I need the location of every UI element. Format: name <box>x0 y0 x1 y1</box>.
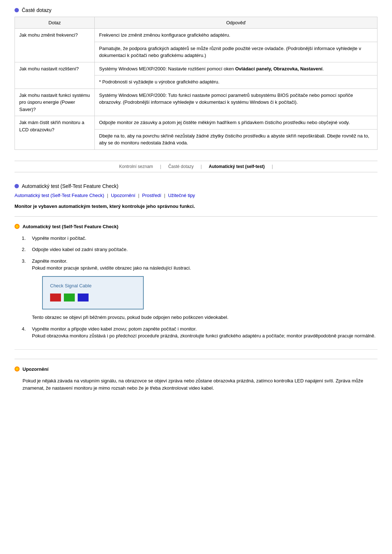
nav-sep-1: | <box>160 164 161 169</box>
table-row: Jak mohu změnit frekvenci?Frekvenci lze … <box>15 29 377 42</box>
signal-box: Check Signal Cable <box>42 276 144 310</box>
warning-section: Upozornění Pokud je nějaká závada na vst… <box>15 366 377 393</box>
faq-question-0: Jak mohu změnit frekvenci? <box>15 29 95 62</box>
nav-sep-2: | <box>201 164 202 169</box>
nav-bar: Kontrolní seznam | Časté dotazy | Automa… <box>15 161 377 172</box>
faq-col-question: Dotaz <box>15 17 95 29</box>
step-num-4: 4. <box>22 325 29 340</box>
step-text-3: Zapněte monitor. <box>32 258 377 265</box>
faq-bullet-icon <box>15 8 19 12</box>
faq-question-1: Jak mohu nastavit rozlišení? <box>15 62 95 89</box>
auto-test-bullet <box>15 224 20 229</box>
nav-item-2[interactable]: Časté dotazy <box>168 164 193 169</box>
faq-question-3: Jak mám čistit skříň monitoru a LCD obra… <box>15 116 95 150</box>
nav-item-1[interactable]: Kontrolní seznam <box>119 164 153 169</box>
section-divider-2 <box>15 359 377 359</box>
faq-question-2: Jak mohu nastavit funkci systému pro úsp… <box>15 89 95 116</box>
auto-test-title: Automatický test (Self-Test Feature Chec… <box>23 224 118 229</box>
sub-nav-item-3[interactable]: Prostředí <box>142 193 162 198</box>
auto-test-subsection: Automatický test (Self-Test Feature Chec… <box>15 224 377 350</box>
sub-nav-item-1[interactable]: Automatický test (Self-Test Feature Chec… <box>15 193 104 198</box>
section-divider-1 <box>15 216 377 217</box>
sub-nav-sep-2: | <box>138 193 141 198</box>
sub-nav-item-2[interactable]: Upozornění <box>111 193 135 198</box>
self-test-header: Automatický test (Self-Test Feature Chec… <box>15 183 377 189</box>
step-content-2: Odpojte video kabel od zadní strany počí… <box>32 246 377 253</box>
step-content-4: Vypněte monitor a připojte video kabel z… <box>32 325 377 340</box>
step-content-1: Vypněte monitor i počítač. <box>32 235 377 242</box>
color-square-2 <box>78 294 89 301</box>
step-item-1: 1.Vypněte monitor i počítač. <box>22 235 377 242</box>
self-test-intro: Monitor je vybaven automatickým testem, … <box>15 204 377 209</box>
faq-answer-2-0: Systémy Windows ME/XP/2000: Tuto funkci … <box>95 89 377 116</box>
step-item-3: 3.Zapněte monitor.Pokud monitor pracuje … <box>22 258 377 321</box>
self-test-section: Automatický test (Self-Test Feature Chec… <box>15 183 377 393</box>
nav-item-3[interactable]: Automatický test (self-test) <box>209 164 265 169</box>
warning-title-row: Upozornění <box>15 366 377 372</box>
faq-answer-1-0: Systémy Windows ME/XP/2000: Nastavte roz… <box>95 62 377 75</box>
warning-content: Pokud je nějaká závada na vstupním signá… <box>23 377 377 393</box>
faq-answer-3-0: Odpojte monitor ze zásuvky a potom jej č… <box>95 116 377 130</box>
color-square-1 <box>64 294 75 301</box>
faq-table: Dotaz Odpověď Jak mohu změnit frekvenci?… <box>15 17 377 150</box>
step-text-4: Vypněte monitor a připojte video kabel z… <box>32 325 377 340</box>
step-num-1: 1. <box>22 235 29 242</box>
self-test-section-title: Automatický test (Self-Test Feature Chec… <box>22 183 118 189</box>
color-squares <box>50 294 136 301</box>
step-text-1: Vypněte monitor i počítač. <box>32 235 377 242</box>
step-text-2: Odpojte video kabel od zadní strany počí… <box>32 246 377 253</box>
step-content-3: Zapněte monitor.Pokud monitor pracuje sp… <box>32 258 377 321</box>
step-num-2: 2. <box>22 246 29 253</box>
table-row: Jak mohu nastavit funkci systému pro úsp… <box>15 89 377 116</box>
warning-text: Pokud je nějaká závada na vstupním signá… <box>23 377 377 393</box>
signal-box-title: Check Signal Cable <box>50 282 136 290</box>
step-item-4: 4.Vypněte monitor a připojte video kabel… <box>22 325 377 340</box>
step-item-2: 2.Odpojte video kabel od zadní strany po… <box>22 246 377 253</box>
table-row: Jak mám čistit skříň monitoru a LCD obra… <box>15 116 377 130</box>
steps-list: 1.Vypněte monitor i počítač.2.Odpojte vi… <box>15 235 377 340</box>
faq-answer-3-1: Dbejte na to, aby na povrchu skříně nezů… <box>95 129 377 149</box>
warning-bullet <box>15 366 20 372</box>
warning-title: Upozornění <box>23 366 49 372</box>
sub-nav-sep-3: | <box>164 193 167 198</box>
faq-answer-0-0: Frekvenci lze změnit změnou konfigurace … <box>95 29 377 42</box>
sub-nav-item-4[interactable]: Užitečné tipy <box>168 193 195 198</box>
signal-note: Tento obrazec se objeví při běžném provo… <box>32 314 377 321</box>
auto-test-title-row: Automatický test (Self-Test Feature Chec… <box>15 224 377 229</box>
step-subtext-3: Pokud monitor pracuje správně, uvidíte o… <box>32 264 377 272</box>
faq-answer-1-1: * Podrobnosti si vyžádejte u výrobce gra… <box>95 75 377 89</box>
table-row: Jak mohu nastavit rozlišení?Systémy Wind… <box>15 62 377 75</box>
sub-nav-sep-1: | <box>107 193 110 198</box>
faq-answer-0-1: Pamatujte, že podpora grafických adaptér… <box>95 42 377 62</box>
step-num-3: 3. <box>22 258 29 321</box>
nav-sep-3: | <box>272 164 273 169</box>
faq-section-title: Časté dotazy <box>22 7 52 13</box>
faq-section-header: Časté dotazy <box>15 7 377 13</box>
self-test-bullet-icon <box>15 184 19 188</box>
faq-col-answer: Odpověď <box>95 17 377 29</box>
sub-nav: Automatický test (Self-Test Feature Chec… <box>15 193 377 198</box>
color-square-0 <box>50 294 61 301</box>
